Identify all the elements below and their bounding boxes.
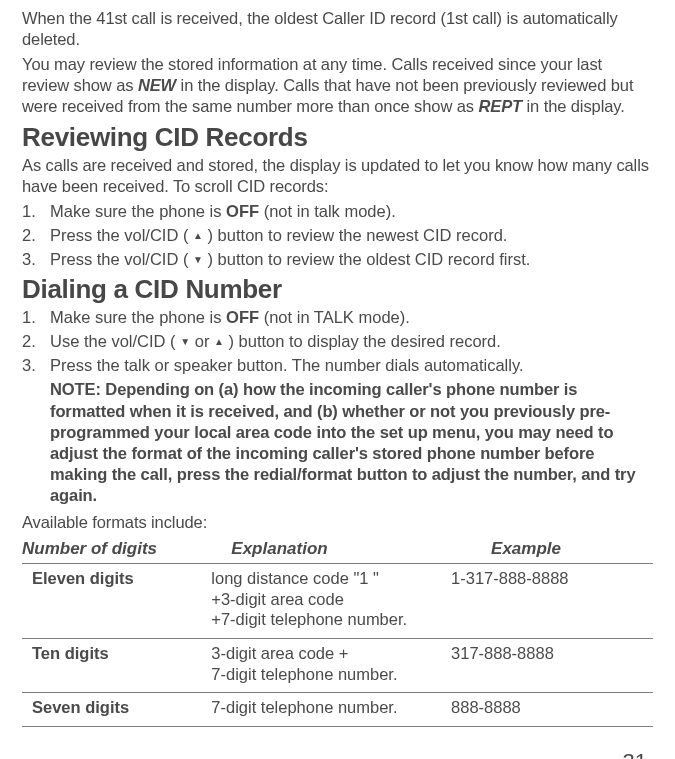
list-item: 3.Press the vol/CID ( ▼ ) button to revi… xyxy=(22,249,653,270)
text-content: Press the talk or speaker button. The nu… xyxy=(50,356,524,374)
up-triangle-icon: ▲ xyxy=(214,336,224,349)
cell-example: 888-8888 xyxy=(451,693,653,727)
formats-intro: Available formats include: xyxy=(22,512,653,533)
cell-explanation: 3-digit area code +7-digit telephone num… xyxy=(211,639,451,693)
cell-digits: Ten digits xyxy=(22,639,211,693)
list-item: 3.Press the talk or speaker button. The … xyxy=(22,355,653,376)
cell-explanation: long distance code "1 "+3-digit area cod… xyxy=(211,564,451,639)
list-item: 1. Make sure the phone is OFF (not in TA… xyxy=(22,307,653,328)
text-fragment: (not in TALK mode). xyxy=(259,308,410,326)
bold-italic-rept: REPT xyxy=(478,97,522,115)
text-content: Press the vol/CID ( ▼ ) button to review… xyxy=(50,250,530,268)
intro-paragraph-1: When the 41st call is received, the olde… xyxy=(22,8,653,50)
document-page: When the 41st call is received, the olde… xyxy=(0,0,675,759)
table-row: Eleven digits long distance code "1 "+3-… xyxy=(22,564,653,639)
text-content: Use the vol/CID ( ▼ or ▲ ) button to dis… xyxy=(50,332,501,350)
cell-digits: Eleven digits xyxy=(22,564,211,639)
text-fragment: Make sure the phone is xyxy=(50,308,226,326)
page-number: 31 xyxy=(22,749,653,759)
bold-off: OFF xyxy=(226,202,259,220)
cell-example: 1-317-888-8888 xyxy=(451,564,653,639)
col-header-digits: Number of digits xyxy=(22,537,211,564)
bold-off: OFF xyxy=(226,308,259,326)
cell-example: 317-888-8888 xyxy=(451,639,653,693)
text-fragment: (not in talk mode). xyxy=(259,202,396,220)
bold-italic-new: NEW xyxy=(138,76,176,94)
list-item: 2.Use the vol/CID ( ▼ or ▲ ) button to d… xyxy=(22,331,653,352)
reviewing-steps: 1. Make sure the phone is OFF (not in ta… xyxy=(22,201,653,270)
table-row: Ten digits 3-digit area code +7-digit te… xyxy=(22,639,653,693)
text-fragment: in the display. xyxy=(522,97,625,115)
text-content: Press the vol/CID ( ▲ ) button to review… xyxy=(50,226,507,244)
text-fragment: Make sure the phone is xyxy=(50,202,226,220)
col-header-example: Example xyxy=(451,537,653,564)
intro-paragraph-2: You may review the stored information at… xyxy=(22,54,653,117)
list-item: 2.Press the vol/CID ( ▲ ) button to revi… xyxy=(22,225,653,246)
col-header-explanation: Explanation xyxy=(211,537,451,564)
down-triangle-icon: ▼ xyxy=(180,336,190,349)
heading-reviewing-cid: Reviewing CID Records xyxy=(22,122,653,153)
dialing-steps: 1. Make sure the phone is OFF (not in TA… xyxy=(22,307,653,376)
formats-table: Number of digits Explanation Example Ele… xyxy=(22,537,653,727)
cell-explanation: 7-digit telephone number. xyxy=(211,693,451,727)
heading-dialing-cid: Dialing a CID Number xyxy=(22,274,653,305)
down-triangle-icon: ▼ xyxy=(193,254,203,267)
table-header-row: Number of digits Explanation Example xyxy=(22,537,653,564)
list-item: 1. Make sure the phone is OFF (not in ta… xyxy=(22,201,653,222)
dialing-note: NOTE: Depending on (a) how the incoming … xyxy=(50,379,653,506)
cell-digits: Seven digits xyxy=(22,693,211,727)
up-triangle-icon: ▲ xyxy=(193,230,203,243)
reviewing-intro: As calls are received and stored, the di… xyxy=(22,155,653,197)
table-row: Seven digits 7-digit telephone number. 8… xyxy=(22,693,653,727)
